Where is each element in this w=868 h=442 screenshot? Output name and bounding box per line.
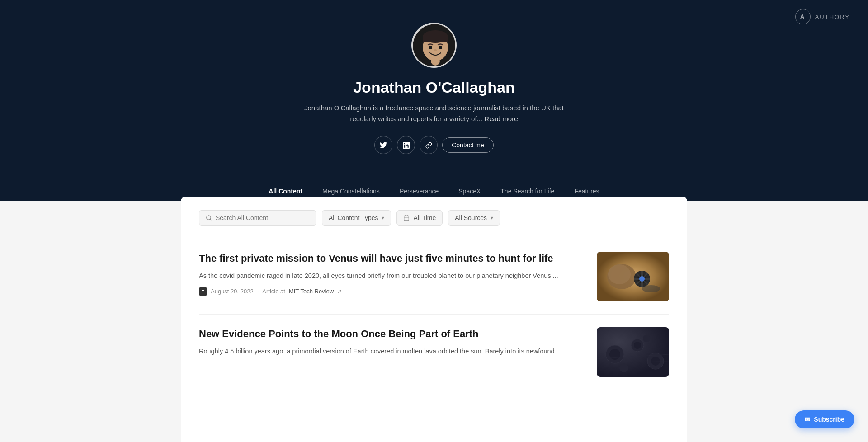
article-title[interactable]: The first private mission to Venus will … bbox=[199, 252, 583, 265]
article-excerpt: Roughly 4.5 billion years ago, a primord… bbox=[199, 346, 583, 357]
sources-filter[interactable]: All Sources ▾ bbox=[448, 210, 500, 226]
subscribe-icon: ✉ bbox=[805, 416, 810, 423]
content-type-chevron: ▾ bbox=[382, 215, 384, 221]
svg-point-23 bbox=[639, 276, 645, 282]
article-source[interactable]: MIT Tech Review bbox=[289, 288, 334, 295]
social-links: Contact me bbox=[9, 136, 859, 154]
svg-point-31 bbox=[651, 357, 660, 366]
article-item: The first private mission to Venus will … bbox=[199, 239, 669, 315]
read-more-link[interactable]: Read more bbox=[484, 115, 518, 122]
svg-point-9 bbox=[207, 216, 211, 220]
article-date: August 29, 2022 bbox=[211, 288, 254, 295]
source-icon: T bbox=[199, 287, 207, 296]
subscribe-button[interactable]: ✉ Subscribe bbox=[795, 410, 854, 428]
contact-button[interactable]: Contact me bbox=[442, 137, 494, 153]
article-image bbox=[597, 327, 669, 377]
article-image bbox=[597, 252, 669, 301]
svg-rect-10 bbox=[404, 216, 409, 221]
sources-chevron: ▾ bbox=[491, 215, 493, 221]
authory-logo-icon: A bbox=[795, 9, 811, 24]
svg-point-16 bbox=[608, 264, 631, 284]
subscribe-label: Subscribe bbox=[814, 416, 844, 423]
svg-point-6 bbox=[429, 46, 432, 49]
article-content: New Evidence Points to the Moon Once Bei… bbox=[199, 327, 583, 363]
author-bio: Jonathan O'Callaghan is a freelance spac… bbox=[303, 103, 565, 124]
authory-logo[interactable]: A AUTHORY bbox=[795, 9, 850, 24]
search-filter[interactable] bbox=[199, 210, 316, 226]
author-name: Jonathan O'Callaghan bbox=[9, 79, 859, 96]
content-area: All Content Types ▾ All Time All Sources… bbox=[181, 197, 687, 442]
svg-point-8 bbox=[434, 49, 437, 51]
article-content: The first private mission to Venus will … bbox=[199, 252, 583, 296]
article-meta: T August 29, 2022 · Article at MIT Tech … bbox=[199, 287, 583, 296]
linkedin-button[interactable] bbox=[397, 136, 415, 154]
author-avatar-container bbox=[9, 23, 859, 70]
search-input[interactable] bbox=[216, 214, 310, 221]
date-label: All Time bbox=[413, 214, 436, 221]
article-excerpt: As the covid pandemic raged in late 2020… bbox=[199, 271, 583, 281]
sources-label: All Sources bbox=[455, 214, 487, 221]
content-type-label: All Content Types bbox=[329, 214, 378, 221]
article-item: New Evidence Points to the Moon Once Bei… bbox=[199, 315, 669, 390]
svg-point-29 bbox=[634, 342, 641, 349]
website-link-button[interactable] bbox=[420, 136, 438, 154]
svg-point-7 bbox=[439, 46, 442, 49]
article-title[interactable]: New Evidence Points to the Moon Once Bei… bbox=[199, 327, 583, 341]
calendar-icon bbox=[403, 215, 410, 221]
content-type-filter[interactable]: All Content Types ▾ bbox=[322, 210, 391, 226]
svg-rect-5 bbox=[423, 37, 448, 42]
search-icon bbox=[206, 215, 212, 221]
author-avatar bbox=[411, 23, 457, 68]
twitter-button[interactable] bbox=[374, 136, 392, 154]
svg-point-33 bbox=[643, 335, 650, 342]
article-type: Article at bbox=[262, 288, 285, 295]
svg-point-24 bbox=[642, 285, 660, 292]
svg-point-32 bbox=[619, 363, 628, 372]
filters-row: All Content Types ▾ All Time All Sources… bbox=[199, 210, 669, 226]
external-link-icon: ↗ bbox=[337, 288, 342, 295]
date-filter[interactable]: All Time bbox=[396, 210, 443, 226]
authory-logo-text: AUTHORY bbox=[815, 14, 850, 20]
